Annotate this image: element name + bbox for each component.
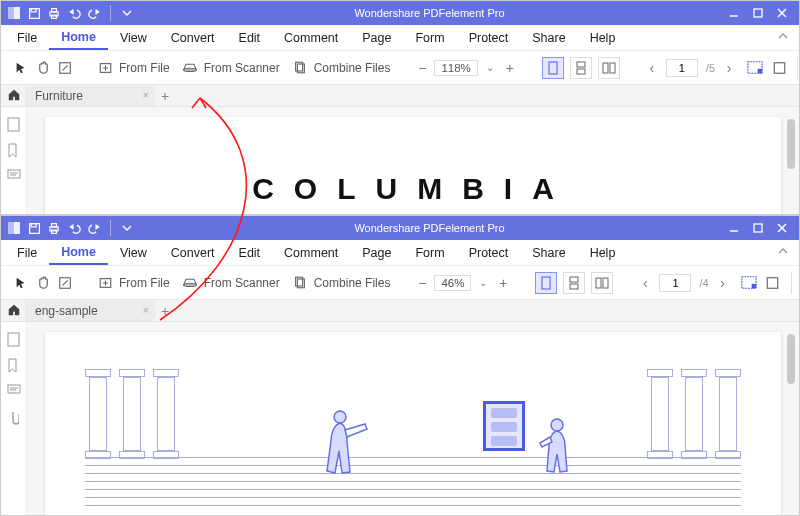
new-tab-button[interactable]: +: [161, 303, 169, 319]
combine-files-icon[interactable]: [292, 60, 308, 76]
page-number-input[interactable]: [666, 59, 698, 77]
menu-view[interactable]: View: [108, 240, 159, 265]
menu-file[interactable]: File: [5, 25, 49, 50]
maximize-button[interactable]: [749, 4, 767, 22]
view-continuous-button[interactable]: [570, 57, 592, 79]
from-scanner-label[interactable]: From Scanner: [204, 61, 280, 75]
new-tab-button[interactable]: +: [161, 88, 169, 104]
menu-page[interactable]: Page: [350, 240, 403, 265]
caret-down-icon[interactable]: [120, 221, 134, 235]
menu-page[interactable]: Page: [350, 25, 403, 50]
zoom-in-button[interactable]: +: [495, 275, 511, 291]
minimize-button[interactable]: [725, 4, 743, 22]
read-mode-icon[interactable]: [765, 275, 781, 291]
from-file-label[interactable]: From File: [119, 276, 170, 290]
redo-icon[interactable]: [87, 6, 101, 20]
menu-home[interactable]: Home: [49, 240, 108, 265]
menu-convert[interactable]: Convert: [159, 25, 227, 50]
menu-home[interactable]: Home: [49, 25, 108, 50]
undo-icon[interactable]: [67, 221, 81, 235]
minimize-button[interactable]: [725, 219, 743, 237]
menu-protect[interactable]: Protect: [457, 25, 521, 50]
screenshot-tool-icon[interactable]: [747, 60, 763, 76]
document-tab-furniture[interactable]: Furniture ×: [25, 86, 155, 106]
print-icon[interactable]: [47, 6, 61, 20]
menu-form[interactable]: Form: [403, 25, 456, 50]
close-tab-icon[interactable]: ×: [143, 304, 149, 316]
next-page-button[interactable]: ›: [721, 60, 737, 76]
menu-share[interactable]: Share: [520, 25, 577, 50]
hand-tool-icon[interactable]: [35, 275, 51, 291]
next-page-button[interactable]: ›: [715, 275, 731, 291]
hand-tool-icon[interactable]: [35, 60, 51, 76]
close-button[interactable]: [773, 4, 791, 22]
from-scanner-icon[interactable]: [182, 60, 198, 76]
menu-help[interactable]: Help: [578, 240, 628, 265]
menu-file[interactable]: File: [5, 240, 49, 265]
bookmarks-icon[interactable]: [7, 143, 21, 157]
document-tab-eng-sample[interactable]: eng-sample ×: [25, 301, 155, 321]
undo-icon[interactable]: [67, 6, 81, 20]
select-tool-icon[interactable]: [13, 60, 29, 76]
menu-protect[interactable]: Protect: [457, 240, 521, 265]
from-file-icon[interactable]: [97, 60, 113, 76]
close-button[interactable]: [773, 219, 791, 237]
select-tool-icon[interactable]: [13, 275, 29, 291]
document-viewport[interactable]: COLUMBIA: [27, 107, 799, 214]
menu-share[interactable]: Share: [520, 240, 577, 265]
menu-view[interactable]: View: [108, 25, 159, 50]
save-icon[interactable]: [27, 6, 41, 20]
zoom-value[interactable]: 46%: [434, 275, 471, 291]
view-facing-button[interactable]: [598, 57, 620, 79]
edit-tool-icon[interactable]: [57, 60, 73, 76]
combine-files-icon[interactable]: [292, 275, 308, 291]
maximize-button[interactable]: [749, 219, 767, 237]
combine-files-label[interactable]: Combine Files: [314, 61, 391, 75]
menu-comment[interactable]: Comment: [272, 25, 350, 50]
edit-tool-icon[interactable]: [57, 275, 73, 291]
view-single-page-button[interactable]: [535, 272, 557, 294]
comments-icon[interactable]: [7, 169, 21, 183]
comments-icon[interactable]: [7, 384, 21, 398]
collapse-ribbon-icon[interactable]: [777, 246, 789, 258]
menu-edit[interactable]: Edit: [227, 25, 273, 50]
menu-convert[interactable]: Convert: [159, 240, 227, 265]
from-file-label[interactable]: From File: [119, 61, 170, 75]
view-single-page-button[interactable]: [542, 57, 564, 79]
menu-comment[interactable]: Comment: [272, 240, 350, 265]
save-icon[interactable]: [27, 221, 41, 235]
view-facing-button[interactable]: [591, 272, 613, 294]
caret-down-icon[interactable]: [120, 6, 134, 20]
thumbnails-icon[interactable]: [7, 117, 21, 131]
close-tab-icon[interactable]: ×: [143, 89, 149, 101]
screenshot-tool-icon[interactable]: [741, 275, 757, 291]
zoom-value[interactable]: 118%: [434, 60, 477, 76]
combine-files-label[interactable]: Combine Files: [314, 276, 391, 290]
read-mode-icon[interactable]: [771, 60, 787, 76]
from-scanner-icon[interactable]: [182, 275, 198, 291]
attachments-icon[interactable]: [7, 410, 21, 424]
vertical-scrollbar[interactable]: [787, 119, 795, 169]
from-scanner-label[interactable]: From Scanner: [204, 276, 280, 290]
page-number-input[interactable]: [659, 274, 691, 292]
document-viewport[interactable]: [27, 322, 799, 515]
print-icon[interactable]: [47, 221, 61, 235]
zoom-dropdown-icon[interactable]: ⌄: [475, 277, 491, 288]
collapse-ribbon-icon[interactable]: [777, 31, 789, 43]
menu-form[interactable]: Form: [403, 240, 456, 265]
vertical-scrollbar[interactable]: [787, 334, 795, 384]
zoom-dropdown-icon[interactable]: ⌄: [482, 62, 498, 73]
menu-help[interactable]: Help: [578, 25, 628, 50]
home-icon[interactable]: [7, 88, 21, 102]
zoom-in-button[interactable]: +: [502, 60, 518, 76]
menu-edit[interactable]: Edit: [227, 240, 273, 265]
home-icon[interactable]: [7, 303, 21, 317]
zoom-out-button[interactable]: −: [414, 60, 430, 76]
from-file-icon[interactable]: [97, 275, 113, 291]
bookmarks-icon[interactable]: [7, 358, 21, 372]
thumbnails-icon[interactable]: [7, 332, 21, 346]
prev-page-button[interactable]: ‹: [644, 60, 660, 76]
view-continuous-button[interactable]: [563, 272, 585, 294]
zoom-out-button[interactable]: −: [414, 275, 430, 291]
redo-icon[interactable]: [87, 221, 101, 235]
